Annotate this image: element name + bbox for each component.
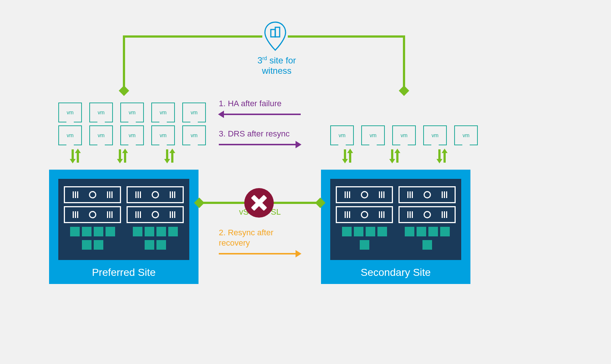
- vm-text: vm: [129, 110, 136, 115]
- server-column: [127, 186, 184, 254]
- server-icon: [336, 206, 393, 223]
- vm-text: vm: [191, 110, 198, 115]
- disk-icon: [156, 227, 166, 236]
- failure-badge: [244, 188, 274, 218]
- vm-box: vm: [423, 125, 447, 145]
- secondary-site-box: Secondary Site: [321, 170, 470, 284]
- witness-link-top-left: [123, 35, 262, 38]
- step-1-label: 1. HA after failure: [219, 99, 282, 108]
- vm-text: vm: [191, 132, 198, 138]
- server-icon: [398, 206, 456, 223]
- vm-text: vm: [463, 132, 470, 138]
- disk-icon: [94, 227, 103, 236]
- vm-box: vm: [182, 103, 206, 122]
- vm-box: vm: [454, 125, 478, 145]
- vm-text: vm: [98, 132, 105, 138]
- server-icon: [64, 186, 121, 203]
- disk-row: [398, 240, 456, 250]
- disk-icon: [377, 227, 387, 236]
- preferred-site-inner: [58, 179, 189, 260]
- disk-icon: [168, 227, 178, 236]
- secondary-site-inner: [330, 179, 461, 260]
- server-column: [398, 186, 456, 254]
- disk-row: [398, 227, 456, 236]
- vm-box: vm: [58, 125, 82, 145]
- witness-label: 3rd site for witness: [221, 55, 332, 76]
- server-icon: [64, 206, 121, 223]
- secondary-site-title: Secondary Site: [330, 267, 461, 278]
- disk-icon: [133, 227, 142, 236]
- vm-box: vm: [330, 125, 354, 145]
- vm-text: vm: [98, 110, 105, 115]
- secondary-vm-row: vm vm vm vm vm: [330, 125, 478, 145]
- vm-text: vm: [401, 132, 408, 138]
- server-icon: [398, 186, 456, 203]
- disk-icon: [428, 227, 438, 236]
- disk-icon: [354, 227, 363, 236]
- disk-icon: [440, 227, 450, 236]
- witness-label-line2: witness: [262, 66, 291, 76]
- server-column: [336, 186, 393, 254]
- witness-link-vert-right: [403, 35, 405, 88]
- vm-box: vm: [151, 125, 175, 145]
- disk-icon: [70, 227, 80, 236]
- disk-icon: [94, 240, 103, 250]
- witness-link-top-right: [288, 35, 405, 38]
- vm-text: vm: [160, 110, 167, 115]
- svg-rect-1: [275, 27, 280, 37]
- svg-rect-0: [271, 30, 275, 37]
- witness-label-line1: 3rd site for: [258, 55, 296, 65]
- witness-diamond-left: [119, 86, 129, 96]
- disk-icon: [82, 227, 92, 236]
- vm-box: vm: [89, 125, 113, 145]
- failure-x-svg: [251, 194, 267, 211]
- server-icon: [127, 186, 184, 203]
- disk-icon: [417, 227, 426, 236]
- preferred-site-title: Preferred Site: [58, 267, 189, 278]
- disk-icon: [342, 227, 352, 236]
- disk-icon: [360, 240, 369, 250]
- vm-text: vm: [339, 132, 346, 138]
- step-2-label-line1: 2. Resync after: [219, 228, 273, 238]
- disk-row: [64, 227, 121, 236]
- witness-diamond-right: [399, 86, 409, 96]
- vm-text: vm: [432, 132, 439, 138]
- disk-icon: [145, 227, 154, 236]
- preferred-site-box: Preferred Site: [49, 170, 199, 284]
- disk-icon: [366, 227, 375, 236]
- witness-pin-icon: [263, 21, 287, 51]
- disk-row: [127, 227, 184, 236]
- vm-box: vm: [58, 103, 82, 122]
- vm-text: vm: [160, 132, 167, 138]
- vm-box: vm: [182, 125, 206, 145]
- vm-text: vm: [129, 132, 136, 138]
- vm-text: vm: [67, 110, 74, 115]
- server-icon: [127, 206, 184, 223]
- disk-row: [336, 240, 393, 250]
- step-2-label-line2: recovery: [219, 238, 250, 248]
- disk-icon: [145, 240, 154, 250]
- vm-text: vm: [67, 132, 74, 138]
- vm-box: vm: [361, 125, 385, 145]
- disk-row: [127, 240, 184, 250]
- preferred-vm-row-1: vm vm vm vm vm: [58, 103, 206, 122]
- server-icon: [336, 186, 393, 203]
- vm-text: vm: [370, 132, 377, 138]
- witness-link-vert-left: [123, 35, 125, 88]
- vm-box: vm: [392, 125, 416, 145]
- disk-icon: [422, 240, 432, 250]
- step-3-arrow: [219, 144, 296, 145]
- disk-icon: [156, 240, 166, 250]
- server-column: [64, 186, 121, 254]
- disk-icon: [405, 227, 414, 236]
- vm-box: vm: [151, 103, 175, 122]
- diagram-root: 3rd site for witness vm vm vm vm vm vm v…: [0, 0, 611, 364]
- step-1-arrow: [223, 114, 301, 115]
- preferred-vm-row-2: vm vm vm vm vm: [58, 125, 206, 145]
- disk-icon: [106, 227, 115, 236]
- vm-box: vm: [120, 103, 144, 122]
- vm-box: vm: [120, 125, 144, 145]
- vm-box: vm: [89, 103, 113, 122]
- disk-row: [336, 227, 393, 236]
- step-3-label: 3. DRS after resync: [219, 129, 290, 139]
